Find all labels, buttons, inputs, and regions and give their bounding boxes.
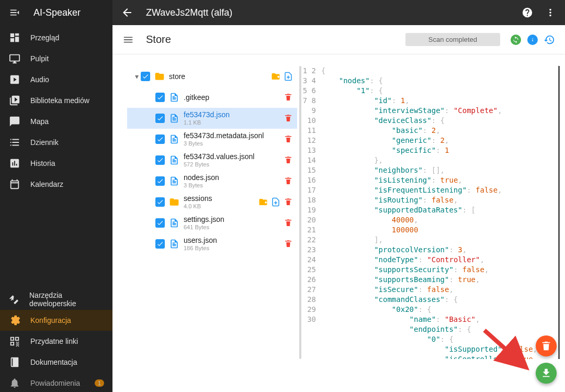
delete-fab[interactable] — [536, 335, 557, 356]
monitor-icon — [8, 52, 21, 65]
tree-item[interactable]: fe53473d.values.jsonl 572 Bytes — [127, 150, 297, 171]
file-size: 186 Bytes — [184, 245, 284, 252]
sidebar-item-media[interactable]: Biblioteka mediów — [0, 90, 112, 111]
file-icon — [169, 113, 179, 124]
new-folder-icon[interactable] — [258, 197, 268, 207]
folder-icon — [169, 197, 179, 207]
sidebar-item-label: Przegląd — [30, 33, 59, 42]
checkbox[interactable] — [141, 72, 150, 81]
more-icon[interactable] — [544, 6, 557, 19]
sidebar-item-label: Biblioteka mediów — [30, 96, 89, 105]
download-fab[interactable] — [536, 363, 557, 384]
qrcode-icon — [8, 335, 21, 348]
new-folder-icon[interactable] — [271, 72, 280, 81]
checkbox[interactable] — [155, 155, 165, 165]
menu-collapse-icon[interactable] — [8, 6, 21, 19]
delete-icon[interactable] — [284, 135, 293, 144]
file-name: users.json — [184, 236, 284, 245]
sidebar: AI-Speaker Przegląd Pulpit Audio Bibliot… — [0, 0, 112, 392]
info-button[interactable] — [527, 35, 538, 45]
delete-icon[interactable] — [284, 93, 293, 102]
checkbox[interactable] — [155, 239, 165, 249]
file-icon — [169, 155, 179, 165]
media-library-icon — [8, 94, 21, 107]
code-body[interactable]: { "nodes": { "1": { "id": 1, "interviewS… — [321, 66, 558, 359]
sidebar-item-map[interactable]: Mapa — [0, 111, 112, 132]
sidebar-item-label: Dziennik — [30, 138, 59, 147]
sidebar-item-desktop[interactable]: Pulpit — [0, 48, 112, 69]
sidebar-item-label: Konfiguracja — [30, 316, 71, 324]
back-icon[interactable] — [121, 6, 133, 19]
caret-down-icon[interactable]: ▾ — [132, 72, 141, 81]
sidebar-item-devtools[interactable]: Narzędzia deweloperskie — [0, 289, 112, 310]
sidebar-item-overview[interactable]: Przegląd — [0, 27, 112, 48]
scan-completed-badge[interactable]: Scan completed — [405, 33, 500, 46]
file-size: 3 Bytes — [184, 140, 284, 147]
sync-button[interactable] — [511, 35, 521, 45]
file-icon — [169, 134, 179, 144]
sidebar-item-config[interactable]: Konfiguracja — [0, 310, 112, 331]
calendar-icon — [8, 178, 21, 191]
sidebar-item-audio[interactable]: Audio — [0, 69, 112, 90]
sidebar-item-label: Przydatne linki — [30, 337, 78, 345]
file-name: .gitkeep — [184, 93, 284, 102]
file-name: nodes.json — [184, 173, 284, 182]
delete-icon[interactable] — [284, 239, 293, 249]
line-gutter: 1 2 3 4 5 6 7 8 9 10 11 12 13 14 15 16 1… — [301, 66, 321, 359]
folder-icon — [154, 71, 165, 82]
hamburger-icon[interactable] — [122, 33, 134, 46]
file-icon — [169, 92, 179, 103]
page-title: ZWaveJs2Mqtt (alfa) — [146, 7, 521, 18]
delete-icon[interactable] — [284, 197, 293, 207]
list-icon — [8, 136, 21, 149]
sidebar-item-label: Kalendarz — [30, 180, 63, 188]
tree-item[interactable]: .gitkeep — [127, 87, 297, 108]
sidebar-item-links[interactable]: Przydatne linki — [0, 331, 112, 352]
new-file-icon[interactable] — [284, 72, 293, 81]
tree-item[interactable]: users.json 186 Bytes — [127, 233, 297, 254]
file-tree: ▾ store .gitkeep fe53473d.json 1.1 KB fe… — [127, 66, 297, 392]
sidebar-item-docs[interactable]: Dokumentacja — [0, 352, 112, 373]
chat-icon — [8, 115, 21, 128]
checkbox[interactable] — [155, 218, 165, 228]
delete-icon[interactable] — [284, 176, 293, 186]
delete-icon[interactable] — [284, 155, 293, 165]
sidebar-item-label: Narzędzia deweloperskie — [29, 291, 104, 308]
tree-item[interactable]: settings.json 641 Bytes — [127, 212, 297, 233]
checkbox[interactable] — [155, 135, 165, 144]
chart-icon — [8, 157, 21, 170]
sidebar-item-label: Mapa — [30, 117, 49, 126]
tree-item[interactable]: nodes.json 3 Bytes — [127, 171, 297, 192]
file-size: 641 Bytes — [184, 224, 284, 231]
file-name: settings.json — [184, 215, 284, 224]
sidebar-item-label: Audio — [30, 75, 49, 84]
tree-item[interactable]: fe53473d.metadata.jsonl 3 Bytes — [127, 129, 297, 150]
checkbox[interactable] — [155, 197, 165, 207]
sidebar-item-log[interactable]: Dziennik — [0, 132, 112, 153]
bell-icon — [8, 377, 21, 389]
sub-title: Store — [146, 33, 405, 46]
sidebar-item-calendar[interactable]: Kalendarz — [0, 174, 112, 195]
new-file-icon[interactable] — [271, 197, 280, 207]
code-viewer: 1 2 3 4 5 6 7 8 9 10 11 12 13 14 15 16 1… — [301, 66, 560, 392]
tree-item[interactable]: fe53473d.json 1.1 KB — [127, 108, 297, 129]
help-icon[interactable] — [521, 6, 534, 19]
file-icon — [169, 176, 179, 186]
checkbox[interactable] — [155, 93, 165, 102]
sidebar-item-notifications[interactable]: Powiadomienia 1 — [0, 373, 112, 392]
checkbox[interactable] — [155, 114, 165, 123]
book-icon — [8, 356, 21, 368]
notification-badge: 1 — [95, 379, 104, 387]
file-icon — [169, 239, 179, 249]
file-size: 1.1 KB — [184, 119, 284, 126]
hammer-icon — [8, 293, 20, 306]
play-icon — [8, 73, 21, 86]
sidebar-item-history[interactable]: Historia — [0, 153, 112, 174]
tree-item[interactable]: sessions 4.0 KB — [127, 192, 297, 212]
tree-root[interactable]: ▾ store — [127, 66, 297, 87]
file-name: fe53473d.values.jsonl — [184, 152, 284, 161]
delete-icon[interactable] — [284, 114, 293, 123]
delete-icon[interactable] — [284, 218, 293, 228]
history-button[interactable] — [543, 33, 556, 46]
checkbox[interactable] — [155, 176, 165, 186]
